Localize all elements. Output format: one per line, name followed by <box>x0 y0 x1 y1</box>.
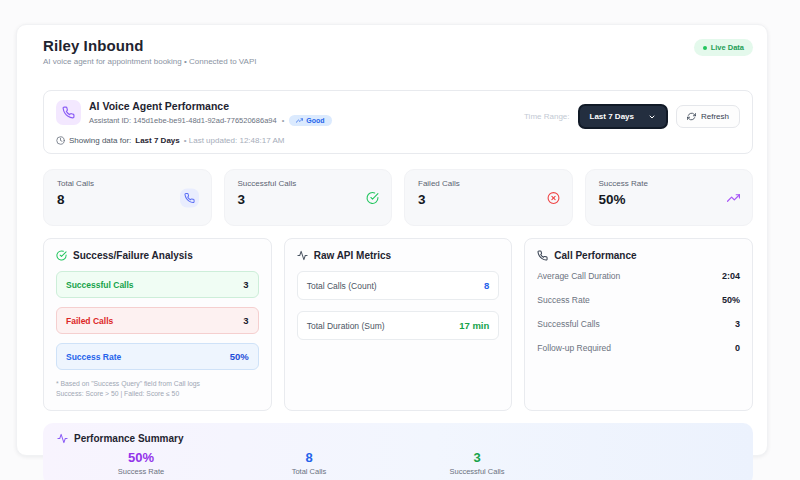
time-range-value: Last 7 Days <box>590 112 634 121</box>
summary-label: Total Calls <box>225 467 393 476</box>
raw-api-metrics-panel: Raw API Metrics Total Calls (Count) 8 To… <box>284 238 513 411</box>
analysis-row-label: Failed Calls <box>66 316 113 326</box>
showing-data-line: Showing data for: Last 7 Days • Last upd… <box>56 136 740 145</box>
status-badge-label: Good <box>306 117 324 124</box>
raw-metric-value: 8 <box>484 280 489 291</box>
cp-label: Successful Calls <box>537 319 599 329</box>
check-circle-icon <box>366 191 379 204</box>
page-title: Riley Inbound <box>43 37 256 54</box>
trending-up-icon <box>296 117 303 124</box>
live-dot-icon <box>703 46 707 50</box>
cp-value: 0 <box>735 343 740 353</box>
x-circle-icon <box>547 191 560 204</box>
stat-label: Successful Calls <box>238 179 379 188</box>
summary-label: Success Rate <box>57 467 225 476</box>
analysis-row-failed: Failed Calls 3 <box>56 307 259 334</box>
panel-title: Success/Failure Analysis <box>73 250 193 261</box>
page-header: Riley Inbound AI voice agent for appoint… <box>43 37 753 66</box>
main-panel: Riley Inbound AI voice agent for appoint… <box>16 24 768 456</box>
call-performance-row: Follow-up Required 0 <box>537 343 740 353</box>
stat-label: Failed Calls <box>418 179 559 188</box>
raw-metric-label: Total Calls (Count) <box>307 281 377 291</box>
phone-icon <box>180 188 199 207</box>
chevron-down-icon <box>648 113 656 121</box>
analysis-row-success-rate: Success Rate 50% <box>56 343 259 370</box>
summary-label: Successful Calls <box>393 467 561 476</box>
activity-icon <box>297 250 308 261</box>
stat-label: Total Calls <box>57 179 198 188</box>
separator-dot: • <box>282 116 285 125</box>
time-range-select[interactable]: Last 7 Days <box>578 104 668 129</box>
agent-performance-card: AI Voice Agent Performance Assistant ID:… <box>43 90 753 154</box>
refresh-icon <box>687 112 696 121</box>
showing-label: Showing data for: <box>69 136 131 145</box>
footnote-line-1: * Based on "Success Query" field from Ca… <box>56 379 259 389</box>
summary-value: 50% <box>57 450 225 465</box>
panels-row: Success/Failure Analysis Successful Call… <box>43 238 753 411</box>
call-performance-row: Success Rate 50% <box>537 295 740 305</box>
panel-title: Raw API Metrics <box>314 250 391 261</box>
stat-label: Success Rate <box>599 179 740 188</box>
cp-label: Average Call Duration <box>537 271 620 281</box>
analysis-footnote: * Based on "Success Query" field from Ca… <box>56 379 259 399</box>
summary-value: 8 <box>225 450 393 465</box>
summary-item-successful-calls: 3 Successful Calls <box>393 450 561 476</box>
footnote-line-2: Success: Score > 50 | Failed: Score ≤ 50 <box>56 389 259 399</box>
summary-item-total-calls: 8 Total Calls <box>225 450 393 476</box>
stat-card-success-rate: Success Rate 50% <box>585 169 754 226</box>
cp-value: 3 <box>735 319 740 329</box>
stat-value: 50% <box>599 192 740 207</box>
agent-card-title: AI Voice Agent Performance <box>89 100 332 112</box>
analysis-row-successful: Successful Calls 3 <box>56 271 259 298</box>
cp-label: Follow-up Required <box>537 343 611 353</box>
raw-metric-value: 17 min <box>459 320 489 331</box>
raw-metric-row-count: Total Calls (Count) 8 <box>297 271 500 300</box>
raw-metric-row-duration: Total Duration (Sum) 17 min <box>297 311 500 340</box>
stat-value: 3 <box>418 192 559 207</box>
assistant-id: Assistant ID: 145d1ebe-be91-48d1-92ad-77… <box>89 116 277 125</box>
stat-card-total-calls: Total Calls 8 <box>43 169 212 226</box>
analysis-row-value: 3 <box>243 279 248 290</box>
stat-card-failed-calls: Failed Calls 3 <box>404 169 573 226</box>
stat-card-successful-calls: Successful Calls 3 <box>224 169 393 226</box>
call-performance-row: Successful Calls 3 <box>537 319 740 329</box>
showing-value: Last 7 Days <box>135 136 179 145</box>
trending-up-icon <box>727 191 740 204</box>
raw-metric-label: Total Duration (Sum) <box>307 321 385 331</box>
summary-item-success-rate: 50% Success Rate <box>57 450 225 476</box>
agent-card-titles: AI Voice Agent Performance Assistant ID:… <box>89 100 332 126</box>
analysis-row-label: Success Rate <box>66 352 121 362</box>
summary-title: Performance Summary <box>74 433 184 444</box>
agent-controls: Time Range: Last 7 Days Refresh <box>524 104 740 129</box>
phone-icon <box>56 100 81 125</box>
performance-summary-card: Performance Summary 50% Success Rate 8 T… <box>43 423 753 480</box>
live-data-badge: Live Data <box>694 39 753 56</box>
clock-icon <box>56 136 65 145</box>
refresh-button[interactable]: Refresh <box>676 105 740 128</box>
phone-icon <box>537 250 548 261</box>
analysis-row-label: Successful Calls <box>66 280 134 290</box>
call-performance-row: Average Call Duration 2:04 <box>537 271 740 281</box>
status-badge: Good <box>289 115 331 126</box>
activity-icon <box>57 433 68 444</box>
page-title-block: Riley Inbound AI voice agent for appoint… <box>43 37 256 66</box>
summary-items: 50% Success Rate 8 Total Calls 3 Success… <box>57 450 739 476</box>
summary-value: 3 <box>393 450 561 465</box>
stat-value: 8 <box>57 192 198 207</box>
success-failure-analysis-panel: Success/Failure Analysis Successful Call… <box>43 238 272 411</box>
refresh-label: Refresh <box>701 112 729 121</box>
analysis-row-value: 50% <box>230 351 249 362</box>
live-data-label: Live Data <box>711 43 744 52</box>
check-circle-icon <box>56 250 67 261</box>
page-subtitle: AI voice agent for appointment booking •… <box>43 57 256 66</box>
stat-value: 3 <box>238 192 379 207</box>
last-updated: • Last updated: 12:48:17 AM <box>184 136 285 145</box>
cp-value: 2:04 <box>722 271 740 281</box>
call-performance-panel: Call Performance Average Call Duration 2… <box>524 238 753 411</box>
cp-label: Success Rate <box>537 295 589 305</box>
panel-title: Call Performance <box>554 250 636 261</box>
time-range-label: Time Range: <box>524 112 570 121</box>
analysis-row-value: 3 <box>243 315 248 326</box>
cp-value: 50% <box>722 295 740 305</box>
stats-row: Total Calls 8 Successful Calls 3 Failed … <box>43 169 753 226</box>
